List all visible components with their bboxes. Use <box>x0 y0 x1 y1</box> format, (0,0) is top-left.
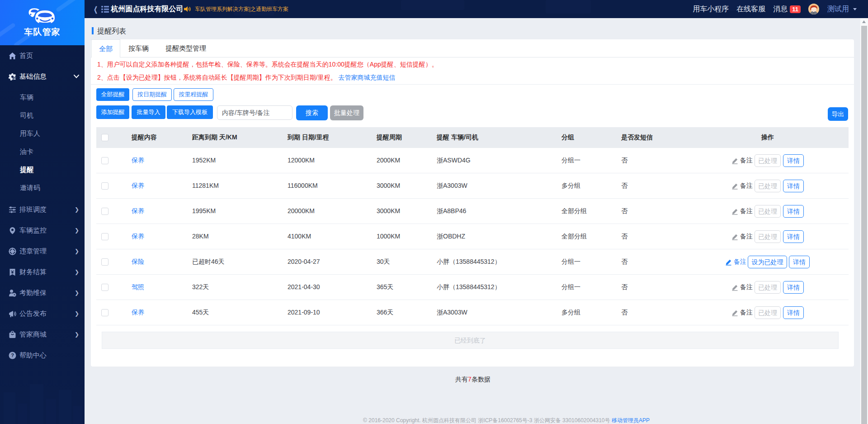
svg-text:?: ? <box>11 353 14 358</box>
